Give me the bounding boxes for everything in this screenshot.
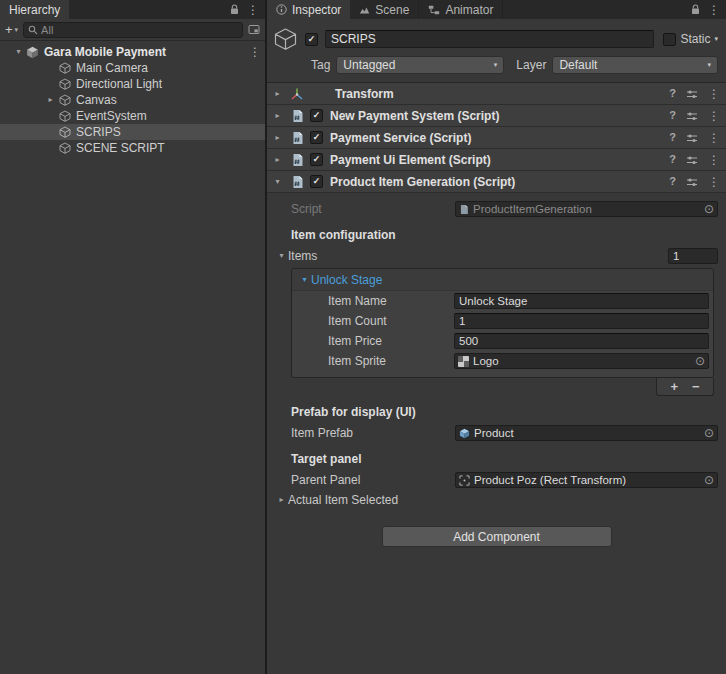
component-new-payment-system[interactable]: ▸ ✓ New Payment System (Script) ? ⋮	[267, 105, 726, 127]
component-payment-ui-element[interactable]: ▸ ✓ Payment Ui Element (Script) ? ⋮	[267, 149, 726, 171]
items-size-field[interactable]	[668, 248, 718, 264]
foldout-open-icon[interactable]: ▾	[298, 276, 311, 284]
object-picker-icon[interactable]: ⊙	[704, 474, 714, 486]
tree-item-main-camera[interactable]: Main Camera	[0, 60, 265, 76]
window-menu-icon[interactable]: ⋮	[247, 4, 259, 16]
tree-item-label: Main Camera	[76, 61, 148, 75]
presets-icon[interactable]	[686, 132, 698, 144]
component-product-item-generation[interactable]: ▾ ✓ Product Item Generation (Script) ? ⋮	[267, 171, 726, 193]
tree-item-scene[interactable]: ▾ Gara Mobile Payment ⋮	[0, 44, 265, 60]
presets-icon[interactable]	[686, 154, 698, 166]
lock-icon[interactable]	[230, 4, 239, 15]
remove-element-button[interactable]: −	[692, 380, 700, 393]
active-checkbox[interactable]: ✓	[305, 33, 318, 46]
item-price-field[interactable]	[454, 333, 709, 349]
help-icon[interactable]: ?	[669, 110, 676, 121]
foldout-open-icon[interactable]: ▾	[12, 48, 25, 56]
item-name-field[interactable]	[454, 293, 709, 309]
foldout-closed-icon[interactable]: ▸	[271, 134, 284, 142]
tag-dropdown[interactable]: Untagged ▾	[336, 56, 504, 74]
scene-name: Gara Mobile Payment	[44, 45, 166, 59]
items-foldout-row[interactable]: ▾ Items	[267, 246, 726, 266]
csharp-script-icon	[289, 174, 305, 190]
create-object-button[interactable]: + ▾	[5, 22, 18, 37]
component-menu-icon[interactable]: ⋮	[708, 88, 720, 100]
component-enabled-checkbox[interactable]: ✓	[310, 109, 323, 122]
presets-icon[interactable]	[686, 88, 698, 100]
window-menu-icon[interactable]: ⋮	[708, 4, 720, 16]
add-element-button[interactable]: +	[670, 380, 678, 393]
item-configuration-heading: Item configuration	[267, 219, 726, 246]
item-count-row: Item Count	[292, 311, 713, 331]
static-checkbox[interactable]	[663, 33, 676, 46]
component-menu-icon[interactable]: ⋮	[708, 176, 720, 188]
item-prefab-object-field[interactable]: Product ⊙	[455, 425, 718, 441]
foldout-closed-icon[interactable]: ▸	[271, 156, 284, 164]
help-icon[interactable]: ?	[669, 132, 676, 143]
tab-animator[interactable]: Animator	[419, 0, 503, 19]
component-enabled-checkbox[interactable]: ✓	[310, 175, 323, 188]
object-picker-icon[interactable]: ⊙	[704, 427, 714, 439]
gameobject-name-field[interactable]	[325, 30, 654, 48]
tree-item-label: Canvas	[76, 93, 117, 107]
presets-icon[interactable]	[686, 110, 698, 122]
script-object-field[interactable]: ProductItemGeneration ⊙	[455, 201, 718, 217]
hierarchy-tree: ▾ Gara Mobile Payment ⋮ Main Camera Dire…	[0, 41, 265, 156]
tree-item-directional-light[interactable]: Directional Light	[0, 76, 265, 92]
tree-item-canvas[interactable]: ▸ Canvas	[0, 92, 265, 108]
component-menu-icon[interactable]: ⋮	[708, 132, 720, 144]
tag-label: Tag	[311, 58, 330, 72]
object-picker-icon[interactable]: ⊙	[704, 203, 714, 215]
search-input[interactable]	[41, 24, 238, 36]
plus-icon: +	[5, 22, 13, 37]
item-count-field[interactable]	[454, 313, 709, 329]
gameobject-icon	[57, 61, 72, 75]
parent-panel-object-field[interactable]: Product Poz (Rect Transform) ⊙	[455, 472, 718, 488]
lock-icon[interactable]	[691, 4, 700, 15]
check-icon: ✓	[313, 111, 321, 120]
component-enabled-checkbox[interactable]: ✓	[310, 131, 323, 144]
item-count-label: Item Count	[328, 314, 454, 328]
foldout-closed-icon[interactable]: ▸	[271, 112, 284, 120]
foldout-closed-icon[interactable]: ▸	[275, 496, 288, 504]
tree-item-scrips[interactable]: SCRIPS	[0, 124, 265, 140]
target-section-heading: Target panel	[267, 443, 726, 470]
tab-inspector[interactable]: Inspector	[267, 0, 350, 19]
help-icon[interactable]: ?	[669, 176, 676, 187]
list-footer-row: + −	[267, 378, 726, 396]
help-icon[interactable]: ?	[669, 88, 676, 99]
presets-icon[interactable]	[686, 176, 698, 188]
foldout-closed-icon[interactable]: ▸	[271, 90, 284, 98]
item-sprite-label: Item Sprite	[328, 354, 454, 368]
item-sprite-object-field[interactable]: Logo ⊙	[454, 353, 709, 369]
component-menu-icon[interactable]: ⋮	[708, 110, 720, 122]
foldout-closed-icon[interactable]: ▸	[44, 96, 57, 104]
component-payment-service[interactable]: ▸ ✓ Payment Service (Script) ? ⋮	[267, 127, 726, 149]
tab-hierarchy[interactable]: Hierarchy	[0, 0, 69, 19]
static-toggle[interactable]: Static ▾	[661, 32, 720, 46]
element-foldout-row[interactable]: ▾ Unlock Stage	[292, 269, 713, 291]
component-transform[interactable]: ▸ Transform ? ⋮	[267, 83, 726, 105]
item-prefab-row: Item Prefab Product ⊙	[267, 423, 726, 443]
item-prefab-value: Product	[474, 427, 700, 439]
gameobject-icon	[57, 93, 72, 107]
tab-scene[interactable]: Scene	[350, 0, 419, 19]
search-window-icon[interactable]	[248, 24, 260, 35]
component-enabled-checkbox[interactable]: ✓	[310, 153, 323, 166]
scene-menu-icon[interactable]: ⋮	[249, 46, 261, 58]
check-icon: ✓	[313, 155, 321, 164]
chevron-down-icon[interactable]: ▾	[714, 35, 718, 43]
object-picker-icon[interactable]: ⊙	[695, 355, 705, 367]
layer-dropdown[interactable]: Default ▾	[552, 56, 718, 74]
tree-item-scene-script[interactable]: SCENE SCRIPT	[0, 140, 265, 156]
hierarchy-search[interactable]	[23, 22, 243, 38]
static-label: Static	[680, 32, 710, 46]
foldout-open-icon[interactable]: ▾	[271, 178, 284, 186]
actual-item-foldout-row[interactable]: ▸ Actual Item Selected	[267, 490, 726, 508]
component-menu-icon[interactable]: ⋮	[708, 154, 720, 166]
add-component-button[interactable]: Add Component	[382, 526, 612, 547]
help-icon[interactable]: ?	[669, 154, 676, 165]
hierarchy-panel: Hierarchy ⋮ + ▾ ▾ Gara	[0, 0, 265, 674]
tree-item-eventsystem[interactable]: EventSystem	[0, 108, 265, 124]
foldout-open-icon[interactable]: ▾	[275, 252, 288, 260]
